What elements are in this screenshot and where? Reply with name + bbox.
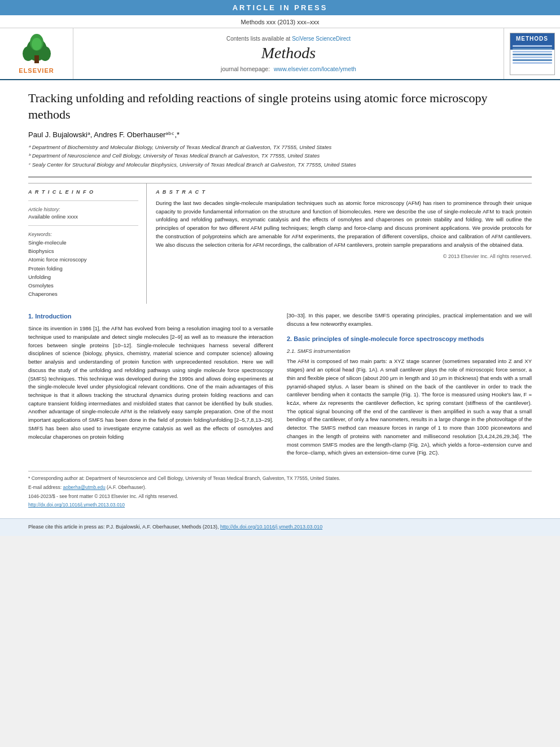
col-left: 1. Introduction Since its invention in 1… <box>28 312 273 462</box>
keyword-6: Osmolytes <box>28 281 138 290</box>
section2-para1: The AFM is composed of two main parts: a… <box>287 357 532 457</box>
footnotes: * Corresponding author at: Department of… <box>28 471 532 509</box>
m-line-3 <box>513 51 552 53</box>
m-line-5 <box>513 56 552 58</box>
svg-rect-5 <box>34 55 39 63</box>
affiliation-b: ᵇ Department of Neuroscience and Cell Bi… <box>28 152 532 160</box>
section1-para2: [30–33]. In this paper, we describe SMFS… <box>287 312 532 328</box>
journal-name: Methods <box>261 44 316 62</box>
abstract-title: A B S T R A C T <box>156 189 532 195</box>
sciverse-link[interactable]: SciVerse ScienceDirect <box>292 36 351 42</box>
affiliations: ᵃ Department of Biochemistry and Molecul… <box>28 143 532 169</box>
abstract-copyright: © 2013 Elsevier Inc. All rights reserved… <box>156 254 532 259</box>
keywords-label: Keywords: <box>28 231 138 237</box>
elsevier-logo: ELSEVIER <box>0 28 73 79</box>
section1-para1: Since its invention in 1986 [1], the AFM… <box>28 325 273 441</box>
keyword-2: Biophysics <box>28 247 138 255</box>
contents-available: Contents lists available at SciVerse Sci… <box>226 36 351 42</box>
m-line-4 <box>513 54 552 55</box>
main-content: Tracking unfolding and refolding reactio… <box>0 80 560 518</box>
page: ARTICLE IN PRESS Methods xxx (2013) xxx–… <box>0 0 560 536</box>
abstract-text: During the last two decades single-molec… <box>156 199 532 249</box>
article-info-title: A R T I C L E I N F O <box>28 189 138 195</box>
journal-methods-ref: Methods xxx (2013) xxx–xxx <box>0 15 560 28</box>
keyword-7: Chaperones <box>28 290 138 298</box>
footnote-doi: http://dx.doi.org/10.1016/j.ymeth.2013.0… <box>28 501 532 509</box>
elsevier-label-text: ELSEVIER <box>19 67 54 74</box>
methods-logo-lines <box>510 43 554 65</box>
footnote-email: E-mail address: aoberha@utmb.edu (A.F. O… <box>28 484 532 491</box>
keyword-5: Unfolding <box>28 273 138 281</box>
methods-logo-title: METHODS <box>516 33 548 43</box>
m-line-7 <box>513 62 552 64</box>
citation-text: Please cite this article in press as: P.… <box>28 524 219 530</box>
article-info-panel: A R T I C L E I N F O Article history: A… <box>28 184 147 304</box>
affiliation-c: ᶜ Sealy Center for Structural Biology an… <box>28 161 532 169</box>
history-label: Article history: <box>28 207 138 212</box>
authors: Paul J. Bujalowskiᵃ, Andres F. Oberhause… <box>28 130 532 139</box>
footnote-issn: 1046-2023/$ - see front matter © 2013 El… <box>28 493 532 500</box>
issn-text: 1046-2023/$ - see front matter © 2013 El… <box>28 493 178 499</box>
footnote-corresponding: * Corresponding author at: Department of… <box>28 475 532 482</box>
journal-homepage: journal homepage: www.elsevier.com/locat… <box>221 65 356 72</box>
homepage-label: journal homepage: <box>221 65 270 72</box>
contents-text: Contents lists available at <box>226 36 290 42</box>
journal-center: Contents lists available at SciVerse Sci… <box>73 28 504 79</box>
available-online: Available online xxxx <box>28 213 138 220</box>
m-line-1 <box>513 45 552 47</box>
info-divider-1 <box>28 200 138 201</box>
m-line-2 <box>513 48 552 50</box>
article-in-press-banner: ARTICLE IN PRESS <box>0 0 560 15</box>
email-label: E-mail address: <box>28 484 62 490</box>
info-divider-2 <box>28 225 138 226</box>
section1-heading: 1. Introduction <box>28 312 273 321</box>
divider-top <box>28 177 532 177</box>
col-right: [30–33]. In this paper, we describe SMFS… <box>287 312 532 462</box>
methods-ref-text: Methods xxx (2013) xxx–xxx <box>241 19 320 25</box>
article-info-abstract: A R T I C L E I N F O Article history: A… <box>28 183 532 304</box>
header-row: ELSEVIER Contents lists available at Sci… <box>0 28 560 80</box>
article-title: Tracking unfolding and refolding reactio… <box>28 90 532 123</box>
citation-link[interactable]: http://dx.doi.org/10.1016/j.ymeth.2013.0… <box>220 524 322 530</box>
keyword-1: Single-molecule <box>28 238 138 247</box>
keywords-list: Single-molecule Biophysics Atomic force … <box>28 238 138 298</box>
methods-logo-box: METHODS <box>504 28 560 79</box>
keyword-4: Protein folding <box>28 264 138 273</box>
affiliation-a: ᵃ Department of Biochemistry and Molecul… <box>28 143 532 151</box>
section2-heading: 2. Basic principles of single-molecule f… <box>287 334 532 344</box>
banner-text: ARTICLE IN PRESS <box>233 3 328 12</box>
author-names: Paul J. Bujalowskiᵃ, Andres F. Oberhause… <box>28 130 180 139</box>
citation-bar: Please cite this article in press as: P.… <box>0 518 560 536</box>
email-link[interactable]: aoberha@utmb.edu <box>63 484 105 490</box>
homepage-url[interactable]: www.elsevier.com/locate/ymeth <box>274 65 356 72</box>
email-name: (A.F. Oberhauser). <box>107 484 146 490</box>
keyword-3: Atomic force microscopy <box>28 255 138 264</box>
methods-logo-inner: METHODS <box>510 33 555 75</box>
abstract-section: A B S T R A C T During the last two deca… <box>147 184 532 304</box>
elsevier-tree-icon <box>14 34 59 65</box>
body-columns: 1. Introduction Since its invention in 1… <box>28 312 532 462</box>
m-line-6 <box>513 59 552 61</box>
doi-link[interactable]: http://dx.doi.org/10.1016/j.ymeth.2013.0… <box>28 502 125 508</box>
section2-sub1: 2.1. SMFS instrumentation <box>287 347 532 356</box>
svg-point-6 <box>32 38 42 50</box>
